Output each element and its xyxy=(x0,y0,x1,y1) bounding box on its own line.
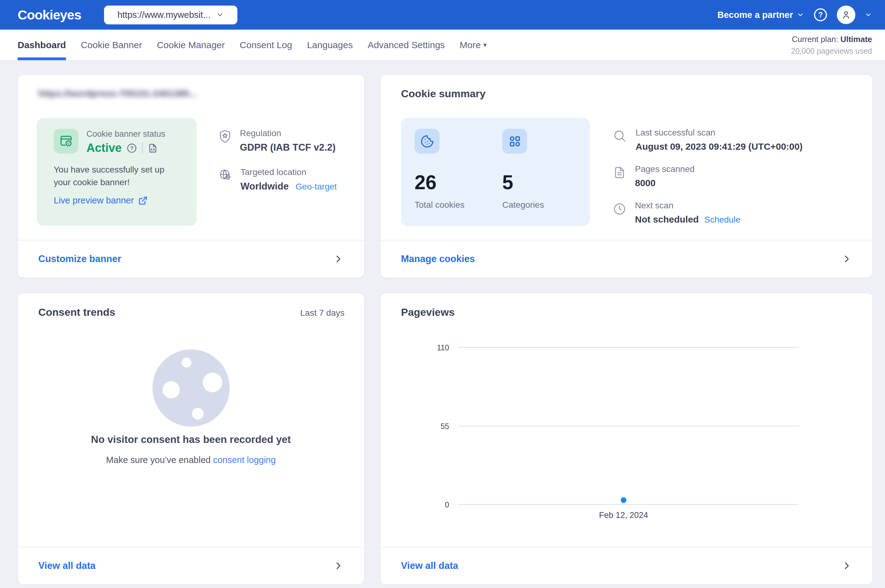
top-header: Cookieyes https://www.mywebsit... Become… xyxy=(0,0,885,30)
become-partner-menu[interactable]: Become a partner xyxy=(717,10,804,20)
last-scan-value: August 09, 2023 09:41:29 (UTC+00:00) xyxy=(636,141,802,152)
active-tab-indicator xyxy=(18,57,66,60)
last-scan-row: Last successful scan August 09, 2023 09:… xyxy=(613,128,802,152)
site-selector-value: https://www.mywebsit... xyxy=(117,10,210,20)
manage-cookies-row[interactable]: Manage cookies xyxy=(381,240,872,278)
tab-more[interactable]: More ▾ xyxy=(460,30,486,60)
tab-label: Languages xyxy=(307,40,352,50)
pages-scanned-value: 8000 xyxy=(635,178,694,188)
live-preview-link[interactable]: Live preview banner xyxy=(54,195,182,206)
empty-state-cookie-graphic xyxy=(151,348,231,429)
become-partner-label: Become a partner xyxy=(717,10,793,20)
cookie-banner-icon xyxy=(54,129,78,153)
regulation-label: Regulation xyxy=(240,128,336,138)
pages-scanned-row: Pages scanned 8000 xyxy=(613,164,802,188)
status-help-icon[interactable]: ? xyxy=(126,143,137,153)
tab-cookie-manager[interactable]: Cookie Manager xyxy=(157,30,225,60)
consent-view-all-row[interactable]: View all data xyxy=(18,547,364,584)
last-scan-label: Last successful scan xyxy=(636,128,802,138)
view-all-data-link: View all data xyxy=(38,560,96,572)
geo-target-link[interactable]: Geo-target xyxy=(296,182,337,192)
account-menu-chevron-icon[interactable] xyxy=(865,11,872,18)
divider xyxy=(142,142,142,154)
banner-status-value: Active xyxy=(86,141,122,154)
chevron-right-icon xyxy=(842,254,852,264)
regulation-block: Regulation GDPR (IAB TCF v2.2) xyxy=(219,128,337,153)
y-tick-55: 55 xyxy=(381,422,449,431)
tab-label: Cookie Banner xyxy=(81,40,142,50)
globe-pin-icon xyxy=(219,168,232,192)
gridline-0 xyxy=(458,504,799,505)
external-link-icon xyxy=(138,196,147,205)
next-scan-label: Next scan xyxy=(635,201,740,210)
categories-label: Categories xyxy=(502,200,590,210)
tab-label: Cookie Manager xyxy=(157,40,225,50)
view-all-data-link: View all data xyxy=(401,560,458,572)
clock-icon xyxy=(613,202,626,225)
schedule-link[interactable]: Schedule xyxy=(704,215,741,225)
location-label: Targeted location xyxy=(240,167,337,177)
y-tick-110: 110 xyxy=(381,343,449,352)
site-selector-dropdown[interactable]: https://www.mywebsit... xyxy=(104,6,237,24)
consent-trends-range: Last 7 days xyxy=(300,308,345,318)
gridline-55 xyxy=(458,426,799,427)
current-plan-name: Ultimate xyxy=(840,34,872,44)
pageviews-used: 20,000 pageviews used xyxy=(791,46,872,56)
customize-banner-link: Customize banner xyxy=(38,254,122,264)
plan-info: Current plan: Ultimate 20,000 pageviews … xyxy=(791,34,872,56)
banner-info-column: Regulation GDPR (IAB TCF v2.2) xyxy=(219,118,337,226)
y-tick-0: 0 xyxy=(381,500,449,509)
document-icon xyxy=(613,165,626,188)
total-cookies-value: 26 xyxy=(415,171,502,194)
search-icon xyxy=(613,129,627,152)
consent-logging-link[interactable]: consent logging xyxy=(213,455,276,465)
cookie-summary-card: Cookie summary 26 Total cookies xyxy=(380,74,873,278)
banner-status-label: Cookie banner status xyxy=(86,129,165,139)
tab-cookie-banner[interactable]: Cookie Banner xyxy=(81,30,142,60)
shield-star-icon xyxy=(219,129,231,153)
manage-cookies-link: Manage cookies xyxy=(401,254,475,264)
more-caret-icon: ▾ xyxy=(483,41,486,49)
banner-grid: Cookie banner status Active ? xyxy=(37,118,352,226)
customize-banner-row[interactable]: Customize banner xyxy=(18,240,364,278)
user-avatar-button[interactable] xyxy=(837,6,855,24)
consent-trends-title: Consent trends xyxy=(38,306,115,318)
current-plan-line: Current plan: Ultimate xyxy=(791,34,872,44)
next-scan-value: Not scheduled xyxy=(635,214,699,225)
pageviews-card: Pageviews 110 55 0 Feb 12, 2024 View all… xyxy=(380,293,873,585)
tab-label: More xyxy=(460,40,481,50)
svg-text:?: ? xyxy=(818,10,823,19)
cookie-summary-title: Cookie summary xyxy=(401,88,486,100)
cookie-icon xyxy=(415,129,440,154)
banner-status-box: Cookie banner status Active ? xyxy=(37,118,196,226)
consent-trends-card: Consent trends Last 7 days No visitor co… xyxy=(18,293,364,585)
location-value: Worldwide xyxy=(240,181,289,192)
scan-info-list: Last successful scan August 09, 2023 09:… xyxy=(613,128,802,237)
tab-languages[interactable]: Languages xyxy=(307,30,352,60)
banner-status-card: https://wordpress-705101-2401385... xyxy=(18,74,364,278)
help-button[interactable]: ? xyxy=(813,8,828,22)
current-plan-label: Current plan: xyxy=(792,34,840,44)
next-scan-row: Next scan Not scheduled Schedule xyxy=(613,201,802,225)
cookieyes-logo: Cookieyes xyxy=(18,8,81,22)
main-nav: Dashboard Cookie Banner Cookie Manager C… xyxy=(0,30,885,61)
targeted-location-block: Targeted location Worldwide Geo-target xyxy=(219,167,337,192)
chevron-down-icon xyxy=(216,11,224,19)
chevron-right-icon xyxy=(333,254,344,264)
install-code-icon[interactable] xyxy=(147,143,158,153)
gridline-110 xyxy=(458,347,799,348)
pageviews-view-all-row[interactable]: View all data xyxy=(381,547,872,584)
tab-consent-log[interactable]: Consent Log xyxy=(240,30,292,60)
pageviews-data-point xyxy=(621,497,626,503)
banner-success-message: You have successfully set up your cookie… xyxy=(54,163,181,189)
total-cookies-label: Total cookies xyxy=(415,200,502,210)
user-icon xyxy=(840,9,852,20)
nav-tabs: Dashboard Cookie Banner Cookie Manager C… xyxy=(18,30,487,60)
chevron-right-icon xyxy=(333,561,344,571)
cookie-summary-panel: 26 Total cookies 5 xyxy=(401,118,590,226)
x-axis-label: Feb 12, 2024 xyxy=(577,510,670,520)
tab-label: Consent Log xyxy=(240,40,292,50)
live-preview-label: Live preview banner xyxy=(54,195,134,206)
tab-dashboard[interactable]: Dashboard xyxy=(18,30,66,60)
tab-advanced-settings[interactable]: Advanced Settings xyxy=(368,30,445,60)
